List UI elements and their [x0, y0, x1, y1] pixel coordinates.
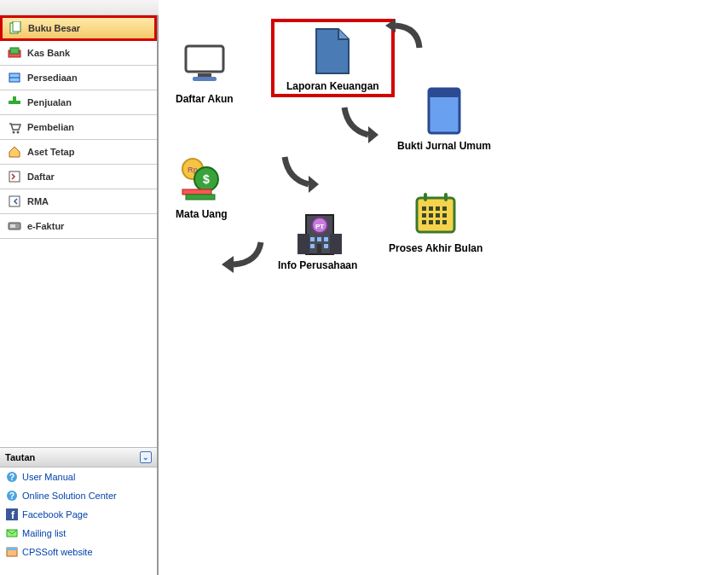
node-label: Daftar Akun: [176, 93, 234, 105]
inventory-icon: [7, 71, 22, 84]
svg-rect-48: [422, 206, 426, 211]
facebook-icon: f: [5, 508, 19, 521]
svg-rect-27: [429, 89, 459, 97]
help-icon: ?: [5, 489, 19, 502]
link-label: Mailing list: [22, 528, 66, 538]
svg-rect-13: [10, 224, 15, 228]
sales-icon: [7, 96, 22, 109]
svg-rect-23: [186, 46, 223, 72]
nav-section: Buku Besar Kas Bank Persediaan Penjualan: [0, 15, 157, 239]
node-proses-akhir-bulan[interactable]: Proses Akhir Bulan: [389, 188, 482, 254]
help-icon: ?: [5, 470, 19, 484]
node-mata-uang[interactable]: Rp $ Mata Uang: [176, 154, 228, 220]
arrow-icon: [278, 154, 321, 196]
sidebar-item-daftar[interactable]: Daftar: [0, 165, 157, 189]
link-solution-center[interactable]: ? Online Solution Center: [0, 486, 157, 505]
svg-text:$: $: [203, 172, 210, 186]
sidebar-item-aset-tetap[interactable]: Aset Tetap: [0, 140, 157, 165]
link-facebook[interactable]: f Facebook Page: [0, 505, 157, 524]
svg-rect-49: [429, 206, 433, 211]
node-label: Bukti Jurnal Umum: [397, 140, 491, 152]
svg-text:PT: PT: [315, 223, 324, 230]
svg-rect-59: [442, 220, 447, 224]
svg-rect-42: [310, 244, 315, 248]
sidebar-item-label: Buku Besar: [28, 23, 80, 33]
svg-point-9: [17, 131, 20, 134]
svg-rect-43: [324, 244, 328, 248]
svg-rect-54: [436, 213, 440, 218]
rma-icon: [7, 195, 22, 208]
link-label: Facebook Page: [22, 509, 88, 520]
node-label: Proses Akhir Bulan: [389, 242, 482, 254]
sidebar-item-persediaan[interactable]: Persediaan: [0, 66, 157, 90]
svg-rect-53: [429, 213, 433, 218]
svg-rect-52: [422, 213, 426, 218]
sidebar-item-penjualan[interactable]: Penjualan: [0, 90, 157, 115]
node-label: Mata Uang: [176, 208, 228, 220]
svg-rect-56: [422, 220, 426, 224]
svg-rect-7: [9, 101, 20, 104]
svg-rect-1: [13, 21, 20, 32]
chevron-icon: ⌄: [140, 451, 152, 463]
node-laporan-keuangan[interactable]: Laporan Keuangan: [271, 19, 395, 97]
sidebar-item-buku-besar[interactable]: Buku Besar: [0, 15, 157, 41]
svg-rect-35: [298, 234, 309, 254]
svg-rect-3: [10, 48, 19, 54]
sidebar-item-label: e-Faktur: [27, 221, 64, 231]
svg-rect-22: [7, 548, 17, 550]
node-info-perusahaan[interactable]: PT Info Perusahaan: [278, 205, 357, 271]
link-label: CPSSoft website: [22, 547, 93, 557]
link-label: Online Solution Center: [22, 491, 117, 501]
svg-rect-41: [324, 237, 328, 241]
node-daftar-akun[interactable]: Daftar Akun: [176, 38, 234, 105]
notebook-icon: [419, 85, 470, 136]
sidebar-item-label: Penjualan: [27, 97, 72, 107]
main-diagram: Daftar Akun Laporan Keuangan Bukti Jurna…: [159, 0, 728, 575]
sidebar-item-pembelian[interactable]: Pembelian: [0, 115, 157, 140]
ledger-icon: [8, 21, 23, 35]
efaktur-icon: [7, 219, 22, 233]
link-mailing-list[interactable]: Mailing list: [0, 524, 157, 543]
currency-icon: Rp $: [176, 154, 227, 205]
sidebar-spacer: [0, 239, 157, 447]
arrow-icon: [218, 237, 268, 273]
svg-rect-46: [424, 193, 427, 201]
sidebar-item-efaktur[interactable]: e-Faktur: [0, 214, 157, 239]
node-label: Info Perusahaan: [278, 259, 357, 271]
svg-rect-55: [442, 213, 447, 218]
svg-rect-40: [317, 237, 321, 241]
svg-rect-47: [444, 193, 448, 201]
document-icon: [307, 26, 358, 77]
purchase-icon: [7, 120, 22, 134]
building-icon: PT: [292, 205, 344, 256]
arrow-icon: [338, 104, 380, 147]
mailing-icon: [5, 526, 19, 540]
list-icon: [7, 170, 22, 183]
arrow-icon: [384, 19, 426, 55]
node-label: Laporan Keuangan: [286, 80, 379, 92]
sidebar-item-label: RMA: [27, 196, 49, 206]
sidebar-item-label: Persediaan: [27, 73, 78, 83]
svg-rect-25: [193, 77, 217, 81]
sidebar-item-kas-bank[interactable]: Kas Bank: [0, 41, 157, 66]
cashbank-icon: [7, 46, 22, 60]
link-cpssoft[interactable]: CPSSoft website: [0, 543, 157, 561]
svg-rect-44: [317, 244, 321, 254]
sidebar-bottom-pad: [0, 561, 157, 575]
svg-rect-32: [182, 189, 211, 195]
links-header[interactable]: Tautan ⌄: [0, 447, 157, 468]
svg-point-8: [13, 131, 15, 134]
svg-rect-50: [436, 206, 440, 211]
fixedasset-icon: [7, 145, 22, 159]
svg-rect-33: [186, 195, 215, 200]
links-header-label: Tautan: [5, 452, 35, 462]
monitor-icon: [179, 38, 230, 90]
svg-rect-24: [198, 73, 211, 77]
svg-text:?: ?: [9, 473, 14, 482]
sidebar-item-rma[interactable]: RMA: [0, 189, 157, 214]
svg-rect-58: [436, 220, 440, 224]
svg-rect-51: [442, 206, 447, 211]
calendar-icon: [410, 188, 461, 239]
node-bukti-jurnal-umum[interactable]: Bukti Jurnal Umum: [397, 85, 491, 152]
link-user-manual[interactable]: ? User Manual: [0, 468, 157, 486]
